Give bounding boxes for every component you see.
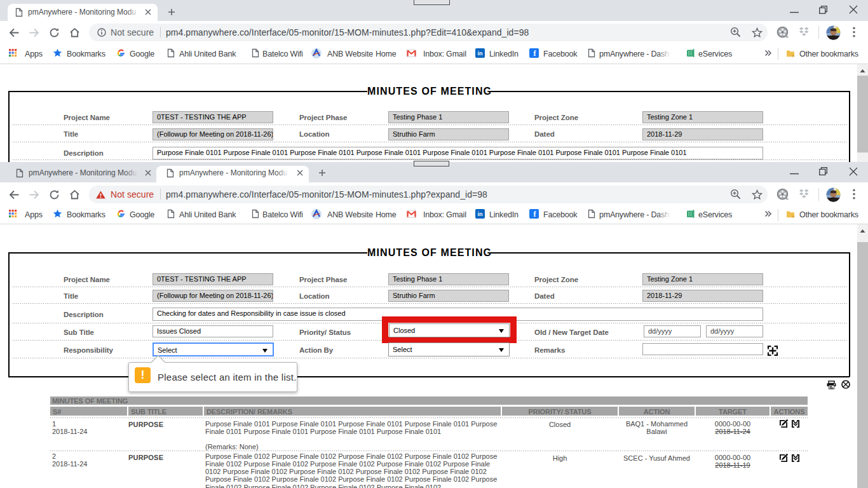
svg-text:in: in — [478, 211, 483, 217]
svg-text:in: in — [478, 50, 483, 57]
